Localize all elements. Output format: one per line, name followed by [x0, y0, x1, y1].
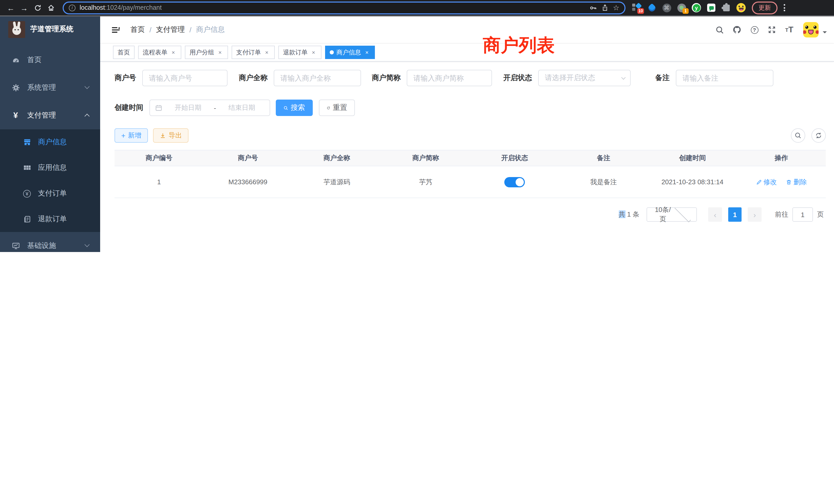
password-key-icon[interactable]: [590, 4, 597, 12]
sidebar-item-refund-order[interactable]: 退款订单: [0, 206, 100, 232]
active-tab-dot: [330, 50, 334, 54]
sidebar-item-merchant-info[interactable]: 商户信息: [0, 129, 100, 155]
grid-icon: [23, 164, 31, 172]
merchant-no-input[interactable]: [142, 70, 227, 86]
sidebar-toggle-button[interactable]: [108, 22, 123, 37]
help-button[interactable]: ?: [746, 18, 763, 42]
page-size-select[interactable]: 10条/页: [646, 207, 697, 222]
breadcrumb-current: 商户信息: [196, 25, 225, 35]
breadcrumb: 首页 / 支付管理 / 商户信息: [130, 25, 225, 35]
github-link-button[interactable]: [728, 18, 746, 42]
share-icon[interactable]: [601, 4, 609, 11]
extension-gem-icon[interactable]: [647, 3, 656, 12]
back-icon: ←: [7, 3, 15, 12]
full-name-input[interactable]: [274, 70, 361, 86]
extensions-puzzle-icon[interactable]: [722, 3, 731, 12]
extension-circle-icon[interactable]: 1: [677, 3, 686, 12]
page-suffix-label: 页: [817, 210, 824, 219]
tab-user-group[interactable]: 用户分组×: [185, 46, 228, 59]
page-number-1[interactable]: 1: [728, 207, 742, 222]
logo-image: [8, 21, 25, 38]
sidebar-item-system[interactable]: 系统管理: [0, 74, 100, 101]
tab-process-form[interactable]: 流程表单×: [138, 46, 181, 59]
status-select[interactable]: 请选择开启状态: [538, 70, 631, 86]
search-icon: [794, 132, 802, 139]
sidebar-item-home[interactable]: 首页: [0, 46, 100, 74]
tab-pay-order[interactable]: 支付订单×: [232, 46, 275, 59]
cell-remark: 我是备注: [559, 166, 648, 198]
edit-link[interactable]: 修改: [756, 177, 777, 187]
breadcrumb-payment[interactable]: 支付管理: [156, 25, 185, 35]
tab-merchant-info[interactable]: 商户信息×: [325, 46, 375, 59]
browser-back-button[interactable]: ←: [4, 1, 18, 14]
cell-merchant-id: 1: [114, 166, 203, 198]
page-content: 商户号 商户全称 商户简称 开启状态 请选择开启状态: [100, 62, 834, 252]
bookmark-star-icon[interactable]: ☆: [613, 4, 619, 12]
tab-home[interactable]: 首页: [113, 46, 135, 59]
app-logo[interactable]: 芋道管理系统: [0, 17, 100, 42]
close-icon[interactable]: ×: [217, 49, 223, 56]
header-search-button[interactable]: [711, 18, 728, 42]
browser-home-button[interactable]: [44, 1, 58, 14]
store-icon: [23, 138, 31, 146]
close-icon[interactable]: ×: [310, 49, 317, 56]
status-toggle[interactable]: [504, 177, 525, 187]
user-avatar[interactable]: [803, 22, 818, 38]
gear-icon: [11, 84, 20, 92]
col-create-time: 创建时间: [648, 150, 737, 166]
next-page-button[interactable]: ›: [748, 207, 762, 222]
tab-refund-order[interactable]: 退款订单×: [278, 46, 322, 59]
extension-y-icon[interactable]: y: [692, 3, 701, 12]
font-size-button[interactable]: TT: [781, 18, 798, 42]
breadcrumb-home[interactable]: 首页: [130, 25, 145, 35]
extension-badge: 10: [637, 8, 644, 14]
reset-button[interactable]: 重置: [319, 99, 355, 116]
short-name-input[interactable]: [407, 70, 492, 86]
pagination: 共 1 条 10条/页 ‹ 1 › 前往 页: [114, 207, 826, 222]
chevron-down-icon: [674, 206, 690, 222]
search-button[interactable]: 搜索: [276, 99, 313, 116]
close-icon[interactable]: ×: [263, 49, 270, 56]
end-date-placeholder: 结束日期: [219, 103, 264, 112]
extension-emoji-icon[interactable]: [737, 3, 746, 12]
sidebar-item-pay-order[interactable]: ¥ 支付订单: [0, 181, 100, 206]
export-button[interactable]: 导出: [153, 128, 189, 143]
refresh-table-button[interactable]: [811, 128, 826, 143]
extension-badge: 1: [682, 8, 689, 14]
url-host: localhost: [80, 4, 105, 11]
url-bar[interactable]: i localhost:1024/pay/merchant ☆: [63, 1, 626, 14]
fullscreen-button[interactable]: [763, 18, 781, 42]
create-time-range-picker[interactable]: 开始日期 - 结束日期: [150, 99, 270, 116]
page-info-icon[interactable]: i: [69, 4, 75, 11]
remark-input[interactable]: [676, 70, 773, 86]
cell-short-name: 芋艿: [381, 166, 470, 198]
tags-view-bar: 首页 流程表单× 用户分组× 支付订单× 退款订单× 商户信息×: [100, 43, 834, 62]
toggle-search-button[interactable]: [791, 128, 805, 143]
extension-chat-icon[interactable]: [707, 3, 716, 12]
browser-update-button[interactable]: 更新: [752, 1, 777, 14]
extension-colorful-icon[interactable]: 10: [632, 3, 641, 12]
sidebar-item-payment[interactable]: ¥ 支付管理: [0, 101, 100, 129]
sidebar-item-label: 首页: [27, 55, 42, 65]
close-icon[interactable]: ×: [364, 49, 370, 56]
add-button[interactable]: + 新增: [114, 128, 148, 143]
document-icon: [23, 215, 31, 223]
col-short-name: 商户简称: [381, 150, 470, 166]
sidebar-item-infrastructure[interactable]: 基础设施: [0, 232, 100, 252]
goto-page-input[interactable]: [792, 207, 813, 222]
delete-link[interactable]: 删除: [786, 177, 807, 187]
extension-command-icon[interactable]: ⌘: [662, 3, 671, 12]
prev-page-button[interactable]: ‹: [708, 207, 722, 222]
close-icon[interactable]: ×: [170, 49, 177, 56]
calendar-icon: [155, 104, 162, 111]
reload-icon: [34, 4, 41, 12]
monitor-chart-icon: [11, 242, 20, 250]
remark-label: 备注: [655, 73, 670, 83]
browser-menu-icon[interactable]: [782, 4, 787, 11]
goto-label: 前往: [775, 210, 788, 219]
sidebar-item-app-info[interactable]: 应用信息: [0, 155, 100, 181]
browser-forward-button[interactable]: →: [18, 1, 31, 14]
avatar-dropdown-caret[interactable]: [823, 31, 827, 36]
screen: ← → i localhost:1024/pay/merchant ☆ 10 ⌘: [0, 0, 834, 252]
browser-reload-button[interactable]: [31, 1, 44, 14]
